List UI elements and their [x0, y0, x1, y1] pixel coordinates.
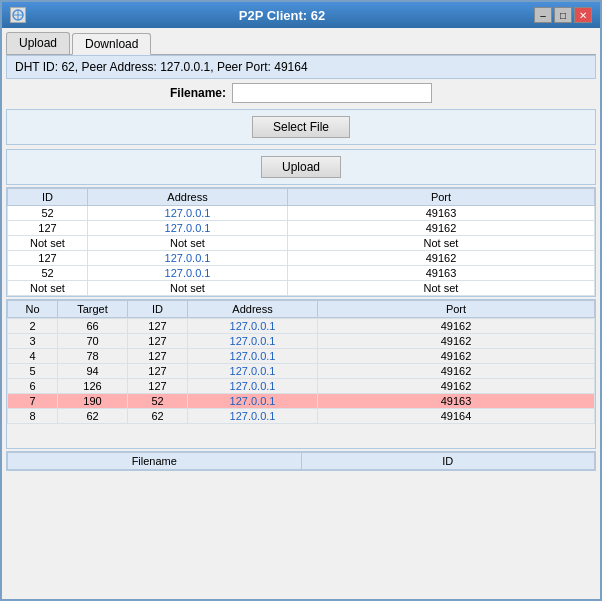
minimize-button[interactable]: – [534, 7, 552, 23]
peer-table-row: 127 127.0.0.1 49162 [8, 251, 595, 266]
peer-cell-address: 127.0.0.1 [88, 221, 288, 236]
filename-input[interactable] [232, 83, 432, 103]
peer-cell-address: 127.0.0.1 [88, 206, 288, 221]
routing-cell-id: 127 [128, 319, 188, 334]
routing-cell-id: 62 [128, 409, 188, 424]
routing-col-address: Address [188, 301, 318, 318]
routing-cell-id: 127 [128, 379, 188, 394]
upload-button[interactable]: Upload [261, 156, 341, 178]
maximize-button[interactable]: □ [554, 7, 572, 23]
app-icon [10, 7, 26, 23]
peer-cell-id: 52 [8, 206, 88, 221]
peer-cell-address: 127.0.0.1 [88, 251, 288, 266]
routing-cell-port: 49162 [318, 349, 595, 364]
file-table-container: Filename ID [6, 451, 596, 471]
routing-cell-no: 3 [8, 334, 58, 349]
routing-cell-address: 127.0.0.1 [188, 349, 318, 364]
routing-table-row: 3 70 127 127.0.0.1 49162 [8, 334, 595, 349]
routing-cell-address: 127.0.0.1 [188, 394, 318, 409]
window-body: Upload Download DHT ID: 62, Peer Address… [2, 28, 600, 599]
peer-cell-port: Not set [288, 281, 595, 296]
peer-cell-id: 52 [8, 266, 88, 281]
routing-col-id: ID [128, 301, 188, 318]
routing-table-row: 5 94 127 127.0.0.1 49162 [8, 364, 595, 379]
routing-cell-port: 49164 [318, 409, 595, 424]
routing-cell-target: 70 [58, 334, 128, 349]
routing-cell-port: 49162 [318, 379, 595, 394]
peer-cell-id: 127 [8, 221, 88, 236]
routing-table-row: 4 78 127 127.0.0.1 49162 [8, 349, 595, 364]
routing-cell-target: 126 [58, 379, 128, 394]
title-bar: P2P Client: 62 – □ ✕ [2, 2, 600, 28]
routing-cell-address: 127.0.0.1 [188, 379, 318, 394]
routing-cell-target: 66 [58, 319, 128, 334]
routing-table-row: 6 126 127 127.0.0.1 49162 [8, 379, 595, 394]
routing-table-scroll[interactable]: 2 66 127 127.0.0.1 49162 3 70 127 127.0.… [7, 318, 595, 448]
main-window: P2P Client: 62 – □ ✕ Upload Download DHT… [0, 0, 602, 601]
peer-cell-id: Not set [8, 236, 88, 251]
window-controls: – □ ✕ [534, 7, 592, 23]
upload-section: Upload [6, 149, 596, 185]
select-file-section: Select File [6, 109, 596, 145]
tab-bar: Upload Download [6, 32, 596, 55]
peer-cell-port: 49162 [288, 251, 595, 266]
routing-cell-target: 78 [58, 349, 128, 364]
routing-table-row: 2 66 127 127.0.0.1 49162 [8, 319, 595, 334]
routing-cell-no: 5 [8, 364, 58, 379]
file-col-id: ID [301, 453, 595, 470]
routing-table-row: 7 190 52 127.0.0.1 49163 [8, 394, 595, 409]
routing-cell-id: 127 [128, 334, 188, 349]
close-button[interactable]: ✕ [574, 7, 592, 23]
peer-cell-port: 49162 [288, 221, 595, 236]
tab-download[interactable]: Download [72, 33, 151, 55]
peer-cell-address: Not set [88, 281, 288, 296]
peer-cell-port: Not set [288, 236, 595, 251]
routing-col-port: Port [318, 301, 595, 318]
routing-table: No Target ID Address Port [7, 300, 595, 318]
routing-cell-id: 52 [128, 394, 188, 409]
filename-label: Filename: [170, 86, 226, 100]
routing-cell-no: 7 [8, 394, 58, 409]
peer-col-address: Address [88, 189, 288, 206]
routing-cell-port: 49162 [318, 334, 595, 349]
routing-col-target: Target [58, 301, 128, 318]
routing-cell-address: 127.0.0.1 [188, 334, 318, 349]
peer-cell-address: 127.0.0.1 [88, 266, 288, 281]
routing-cell-no: 2 [8, 319, 58, 334]
peer-cell-address: Not set [88, 236, 288, 251]
routing-cell-port: 49162 [318, 364, 595, 379]
routing-cell-no: 4 [8, 349, 58, 364]
routing-table-body: 2 66 127 127.0.0.1 49162 3 70 127 127.0.… [7, 318, 595, 424]
peer-cell-port: 49163 [288, 206, 595, 221]
window-title: P2P Client: 62 [30, 8, 534, 23]
peer-col-port: Port [288, 189, 595, 206]
routing-table-container: No Target ID Address Port [6, 299, 596, 449]
peer-cell-id: Not set [8, 281, 88, 296]
file-col-filename: Filename [8, 453, 302, 470]
info-text: DHT ID: 62, Peer Address: 127.0.0.1, Pee… [15, 60, 308, 74]
peer-cell-port: 49163 [288, 266, 595, 281]
select-file-button[interactable]: Select File [252, 116, 350, 138]
routing-cell-id: 127 [128, 364, 188, 379]
info-bar: DHT ID: 62, Peer Address: 127.0.0.1, Pee… [6, 55, 596, 79]
peer-table-row: 52 127.0.0.1 49163 [8, 206, 595, 221]
peer-table-container: ID Address Port 52 127.0.0.1 49163 127 1… [6, 187, 596, 297]
routing-cell-port: 49162 [318, 319, 595, 334]
routing-cell-address: 127.0.0.1 [188, 409, 318, 424]
routing-cell-address: 127.0.0.1 [188, 364, 318, 379]
routing-table-row: 8 62 62 127.0.0.1 49164 [8, 409, 595, 424]
routing-cell-target: 62 [58, 409, 128, 424]
filename-row: Filename: [6, 79, 596, 107]
routing-cell-target: 190 [58, 394, 128, 409]
peer-table-row: Not set Not set Not set [8, 281, 595, 296]
peer-table-row: 127 127.0.0.1 49162 [8, 221, 595, 236]
routing-cell-no: 8 [8, 409, 58, 424]
routing-cell-port: 49163 [318, 394, 595, 409]
file-table: Filename ID [7, 452, 595, 470]
peer-table: ID Address Port 52 127.0.0.1 49163 127 1… [7, 188, 595, 296]
tab-upload[interactable]: Upload [6, 32, 70, 54]
peer-table-row: Not set Not set Not set [8, 236, 595, 251]
routing-cell-no: 6 [8, 379, 58, 394]
peer-table-row: 52 127.0.0.1 49163 [8, 266, 595, 281]
routing-cell-target: 94 [58, 364, 128, 379]
